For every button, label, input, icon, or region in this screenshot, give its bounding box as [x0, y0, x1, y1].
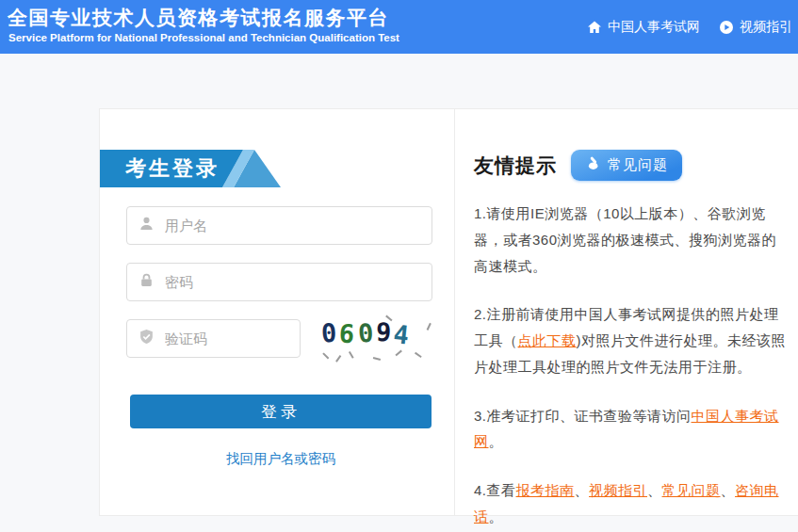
- login-button[interactable]: 登录: [130, 395, 432, 428]
- tip-text: 。: [489, 508, 504, 524]
- tip-text: 、: [575, 482, 590, 498]
- username-field[interactable]: [126, 206, 432, 245]
- captcha-noise: [427, 323, 432, 330]
- captcha-field[interactable]: [126, 319, 301, 358]
- captcha-noise: [395, 349, 401, 355]
- captcha-noise: [349, 350, 353, 358]
- tip-text: 1.请使用IE浏览器（10以上版本）、谷歌浏览器，或者360浏览器的极速模式、搜…: [474, 205, 776, 274]
- tip-link[interactable]: 常见问题: [662, 482, 721, 498]
- username-input[interactable]: [165, 218, 420, 234]
- captcha-noise: [335, 355, 341, 362]
- header-links: 中国人事考试网 视频指引: [587, 0, 792, 54]
- page: 全国专业技术人员资格考试报名服务平台 Service Platform for …: [0, 0, 798, 532]
- login-panel-ribbon: 考生登录: [100, 150, 281, 187]
- captcha-digit: 6: [338, 318, 358, 348]
- password-input[interactable]: [165, 274, 420, 290]
- faq-button-label: 常见问题: [608, 156, 668, 174]
- tip-text: 3.准考证打印、证书查验等请访问: [474, 408, 692, 424]
- tip-link[interactable]: 报考指南: [516, 482, 575, 498]
- captcha-image[interactable]: 06094: [319, 316, 436, 362]
- recover-credentials-link[interactable]: 找回用户名或密码: [130, 450, 432, 468]
- header-link-video-guide[interactable]: 视频指引: [719, 19, 792, 36]
- user-icon: [138, 216, 155, 235]
- tip-item: 3.准考证打印、证书查验等请访问中国人事考试网。: [474, 403, 789, 456]
- header-link-label: 中国人事考试网: [608, 19, 700, 36]
- tip-text: 4.查看: [474, 482, 516, 498]
- password-field[interactable]: [126, 263, 432, 301]
- faq-button[interactable]: 常见问题: [571, 150, 682, 181]
- tip-link[interactable]: 点此下载: [518, 332, 577, 348]
- tip-item: 1.请使用IE浏览器（10以上版本）、谷歌浏览器，或者360浏览器的极速模式、搜…: [474, 201, 789, 279]
- tip-link[interactable]: 视频指引: [589, 482, 647, 498]
- captcha-noise: [415, 351, 421, 357]
- login-section: 考生登录 06094: [100, 109, 454, 515]
- play-icon: [719, 20, 734, 35]
- header: 全国专业技术人员资格考试报名服务平台 Service Platform for …: [0, 0, 798, 54]
- captcha-noise: [323, 352, 330, 359]
- tip-item: 2.注册前请使用中国人事考试网提供的照片处理工具（点此下载)对照片文件进行处理。…: [474, 301, 789, 379]
- header-link-label: 视频指引: [740, 19, 792, 36]
- captcha-input[interactable]: [165, 330, 288, 347]
- captcha-digits: 06094: [321, 318, 412, 347]
- site-subtitle: Service Platform for National Profession…: [8, 32, 399, 43]
- tips-title: 友情提示: [474, 153, 557, 179]
- lock-icon: [138, 272, 155, 292]
- captcha-digit: 0: [320, 318, 340, 348]
- tip-text: 。: [489, 433, 504, 449]
- tips-header: 友情提示 常见问题: [474, 150, 789, 181]
- tips-section: 友情提示 常见问题 1.请使用IE浏览器（10以上版本）、谷歌浏览器，或者360…: [455, 109, 798, 515]
- home-icon: [587, 20, 602, 35]
- captcha-digit: 4: [392, 319, 413, 350]
- captcha-digit: 0: [356, 317, 376, 347]
- tip-text: 、: [721, 482, 736, 498]
- tip-item: 4.查看报考指南、视频指引、常见问题、咨询电话。: [474, 477, 789, 530]
- captcha-noise: [373, 356, 381, 360]
- tip-text: 、: [647, 482, 662, 498]
- tips-list: 1.请使用IE浏览器（10以上版本）、谷歌浏览器，或者360浏览器的极速模式、搜…: [474, 201, 789, 530]
- shield-check-icon: [138, 329, 155, 348]
- site-title: 全国专业技术人员资格考试报名服务平台: [8, 5, 389, 31]
- header-link-cpta-site[interactable]: 中国人事考试网: [587, 19, 700, 36]
- login-card: 考生登录 06094: [99, 108, 798, 516]
- pointing-hand-icon: [585, 155, 601, 174]
- captcha-digit: 9: [375, 317, 394, 347]
